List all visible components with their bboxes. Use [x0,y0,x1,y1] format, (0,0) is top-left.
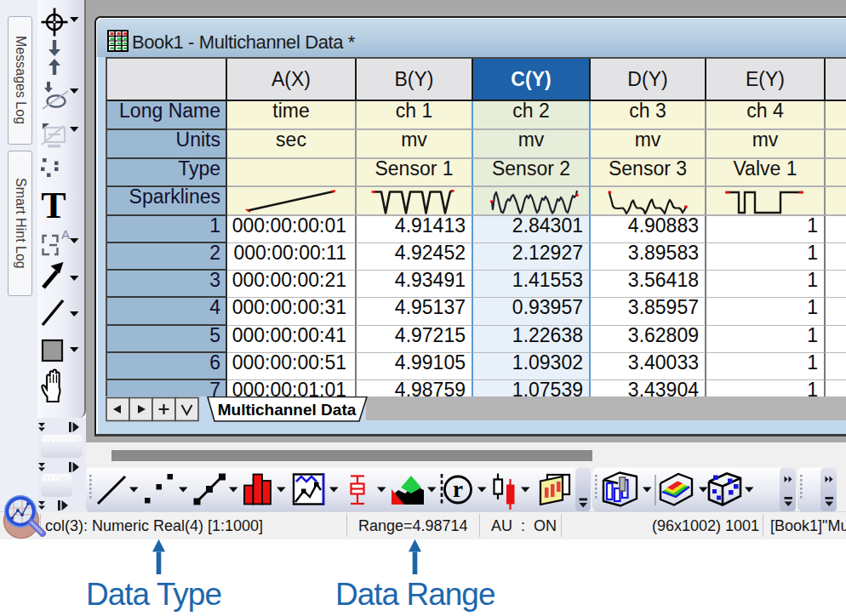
svg-text:A: A [61,227,70,242]
svg-text:Multichannel Data: Multichannel Data [218,401,357,419]
svg-text:r: r [453,476,463,502]
svg-text:T: T [41,185,66,226]
